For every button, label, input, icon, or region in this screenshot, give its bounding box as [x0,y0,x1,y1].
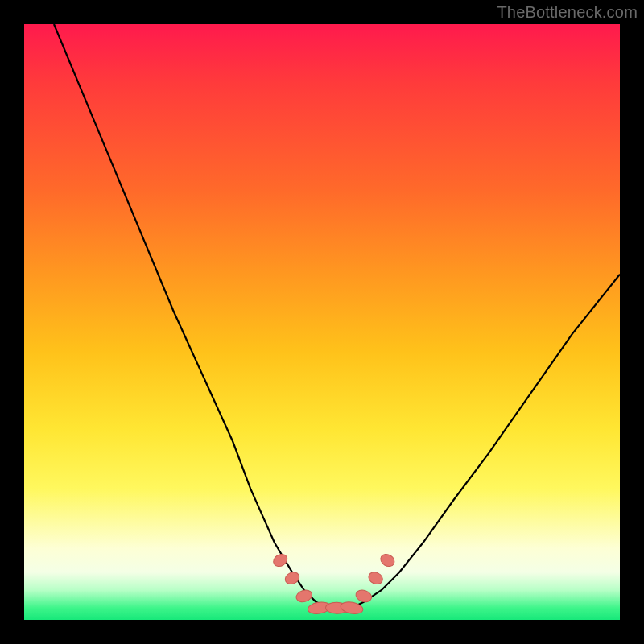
chart-frame: TheBottleneck.com [0,0,644,644]
marker-point [271,551,290,568]
bottleneck-curve [54,24,620,608]
plot-area [24,24,620,620]
highlight-markers [271,551,397,615]
marker-point [295,588,313,604]
marker-point [367,570,385,586]
marker-point [354,588,373,604]
watermark-label: TheBottleneck.com [497,3,638,22]
marker-point [378,551,397,568]
marker-point [283,570,301,586]
curve-svg [24,24,620,620]
marker-point [340,601,364,616]
